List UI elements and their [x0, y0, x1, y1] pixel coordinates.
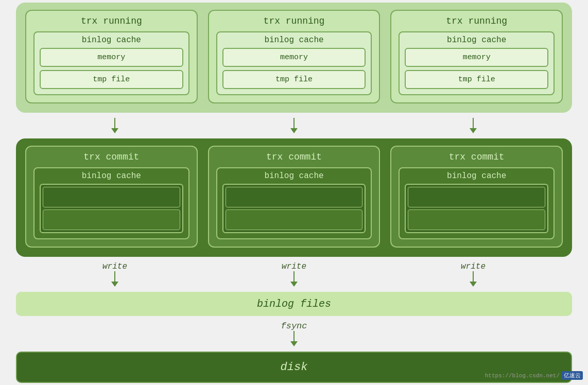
- write-line-1: [114, 271, 115, 282]
- write-arrow-3: [470, 271, 477, 287]
- memory-box-2: memory: [222, 48, 366, 67]
- binlog-cache-title-1: binlog cache: [40, 36, 183, 45]
- middle-section: trx commit binlog cache trx commit binlo…: [16, 138, 572, 257]
- memory-box-3: memory: [405, 48, 548, 67]
- inner-upper-3: [408, 187, 545, 207]
- binlog-cache-dark-2: binlog cache: [216, 167, 372, 239]
- arrow-head-2: [290, 128, 298, 133]
- binlog-files-section: binlog files: [16, 292, 572, 316]
- trx-commit-title-2: trx commit: [216, 152, 372, 162]
- trx-commit-title-3: trx commit: [399, 152, 555, 162]
- arrow-head-3: [470, 128, 477, 133]
- watermark-url: https://blog.csdn.net/: [485, 373, 560, 379]
- inner-content-box-3: [405, 184, 548, 233]
- arrow-line-1: [114, 118, 115, 128]
- write-arrow-1: [111, 271, 118, 287]
- disk-label: disk: [281, 361, 308, 374]
- trx-commit-box-1: trx commit binlog cache: [25, 146, 198, 248]
- write-label-3: write: [461, 262, 486, 271]
- top-arrows-row: [16, 118, 572, 133]
- binlog-cache-title-3: binlog cache: [405, 36, 548, 45]
- write-head-2: [290, 282, 298, 287]
- fsync-row: fsync: [16, 321, 572, 346]
- fsync-head: [290, 341, 298, 346]
- trx-running-title-3: trx running: [399, 16, 555, 26]
- arrow-down-3: [470, 118, 477, 133]
- arrow-1: [25, 118, 204, 133]
- write-container-3: write: [384, 262, 563, 287]
- trx-running-box-2: trx running binlog cache memory tmp file: [208, 10, 381, 103]
- watermark: https://blog.csdn.net/ 亿速云: [485, 371, 583, 380]
- inner-upper-2: [226, 187, 363, 207]
- write-row: write write write: [16, 262, 572, 287]
- write-label-1: write: [102, 262, 127, 271]
- trx-running-box-3: trx running binlog cache memory tmp file: [390, 10, 563, 103]
- write-line-2: [293, 271, 295, 282]
- fsync-arrow: [290, 331, 298, 346]
- arrow-2: [204, 118, 384, 133]
- binlog-cache-dark-title-3: binlog cache: [405, 171, 548, 181]
- binlog-cache-dark-title-1: binlog cache: [40, 171, 183, 181]
- trx-commit-box-2: trx commit binlog cache: [208, 146, 381, 248]
- arrow-head-1: [111, 128, 118, 133]
- write-arrow-2: [290, 271, 298, 287]
- main-diagram: trx running binlog cache memory tmp file…: [11, 0, 577, 385]
- tmp-file-box-2: tmp file: [222, 70, 366, 89]
- fsync-label: fsync: [281, 321, 307, 331]
- write-head-1: [111, 282, 118, 287]
- inner-lower-2: [226, 209, 363, 230]
- trx-commit-box-3: trx commit binlog cache: [390, 146, 563, 248]
- arrow-down-2: [290, 118, 298, 133]
- arrow-line-3: [473, 118, 474, 128]
- arrow-line-2: [293, 118, 295, 128]
- binlog-cache-box-1: binlog cache memory tmp file: [33, 31, 189, 95]
- binlog-cache-dark-title-2: binlog cache: [222, 171, 366, 181]
- write-container-1: write: [25, 262, 204, 287]
- binlog-cache-dark-3: binlog cache: [399, 167, 555, 239]
- write-container-2: write: [204, 262, 384, 287]
- binlog-files-label: binlog files: [257, 298, 331, 310]
- arrow-down-1: [111, 118, 118, 133]
- arrow-3: [384, 118, 563, 133]
- tmp-file-box-1: tmp file: [40, 70, 183, 89]
- binlog-cache-box-2: binlog cache memory tmp file: [216, 31, 372, 95]
- fsync-line: [293, 331, 295, 341]
- inner-content-box-2: [222, 184, 366, 233]
- trx-running-title-2: trx running: [216, 16, 372, 26]
- write-head-3: [470, 282, 477, 287]
- watermark-logo: 亿速云: [562, 371, 583, 380]
- write-line-3: [473, 271, 474, 282]
- trx-running-title-1: trx running: [33, 16, 189, 26]
- inner-lower-1: [43, 209, 180, 230]
- binlog-cache-dark-1: binlog cache: [33, 167, 189, 239]
- binlog-cache-title-2: binlog cache: [222, 36, 366, 45]
- inner-lower-3: [408, 209, 545, 230]
- inner-upper-1: [43, 187, 180, 207]
- trx-commit-title-1: trx commit: [33, 152, 189, 162]
- trx-running-box-1: trx running binlog cache memory tmp file: [25, 10, 198, 103]
- inner-content-box-1: [40, 184, 183, 233]
- memory-box-1: memory: [40, 48, 183, 67]
- write-label-2: write: [282, 262, 306, 271]
- top-section: trx running binlog cache memory tmp file…: [16, 3, 572, 113]
- tmp-file-box-3: tmp file: [405, 70, 548, 89]
- binlog-cache-box-3: binlog cache memory tmp file: [399, 31, 555, 95]
